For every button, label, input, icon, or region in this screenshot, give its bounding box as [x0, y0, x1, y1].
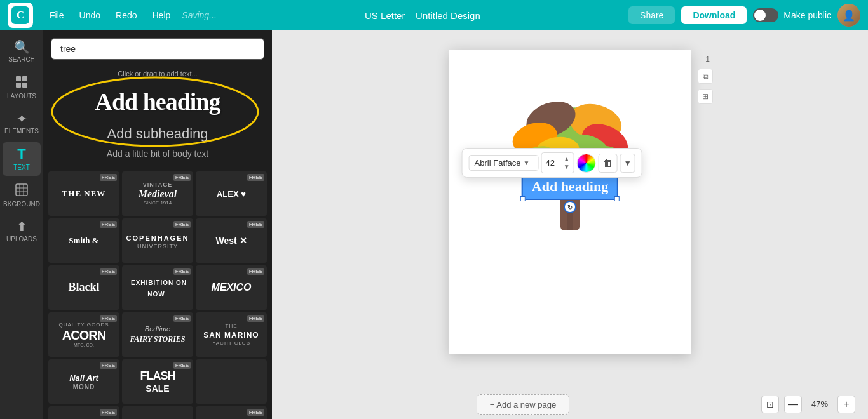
text-icon: T [17, 147, 25, 161]
screenshot-button[interactable]: ⊡ [761, 396, 779, 413]
sidebar-label-search: SEARCH [8, 56, 35, 63]
layouts-icon [15, 76, 28, 90]
sidebar-item-background[interactable]: BKGROUND [3, 178, 41, 213]
font-name-selector[interactable]: Abril Fatface ▼ [469, 155, 539, 171]
canva-logo[interactable]: C [8, 3, 33, 28]
uploads-icon: ⬆ [17, 220, 27, 233]
sidebar-item-text[interactable]: T TEXT [3, 142, 41, 176]
sidebar-item-search[interactable]: 🔍 SEARCH [3, 36, 41, 68]
nav-file[interactable]: File [43, 8, 71, 23]
free-badge-7: FREE [100, 268, 117, 275]
font-item-10[interactable]: QUALITY GOODS ACORN MFG. CO. FREE [48, 312, 119, 357]
font-label-7: Blackl [65, 278, 102, 297]
elements-icon: ✦ [17, 112, 27, 125]
font-size-field[interactable]: 42 ▲ ▼ [541, 152, 574, 173]
sidebar-label-background: BKGROUND [3, 201, 40, 208]
free-badge-11: FREE [173, 315, 191, 322]
font-size-up[interactable]: ▲ [564, 156, 570, 163]
page-number: 1 [705, 55, 710, 63]
free-badge-8: FREE [173, 268, 191, 275]
resize-handle-br[interactable] [614, 196, 620, 201]
chevron-down-icon: ▼ [624, 159, 632, 168]
add-subheading-button[interactable]: Add subheading [51, 122, 264, 146]
font-item-17[interactable]: NYC MANHATTAN [122, 406, 193, 419]
zoom-out-button[interactable]: — [784, 396, 802, 413]
sidebar-label-text: TEXT [13, 164, 30, 171]
rotation-handle[interactable]: ↻ [564, 201, 576, 213]
font-item-1[interactable]: THE NEW FREE [48, 171, 119, 216]
nav-redo[interactable]: Redo [109, 8, 143, 23]
font-label-3: ALEX ♥ [214, 187, 248, 201]
navbar-right: Share Download Make public 👤 [628, 4, 860, 27]
font-item-3[interactable]: ALEX ♥ FREE [196, 171, 267, 216]
design-canvas[interactable]: Add heading ↻ [449, 50, 691, 354]
delete-button[interactable]: 🗑 [599, 154, 618, 173]
grid-icon-button[interactable]: ⊞ [698, 89, 713, 104]
font-item-16[interactable]: YOU ARE SIMPLY THE BEST FREE [48, 406, 119, 419]
navbar: C File Undo Redo Help Saving... US Lette… [0, 0, 868, 30]
add-body-button[interactable]: Add a little bit of body text [51, 146, 264, 164]
free-badge-6: FREE [247, 221, 264, 228]
font-item-7[interactable]: Blackl FREE [48, 265, 119, 310]
font-item-14[interactable]: FLASH SALE FREE [122, 359, 193, 404]
nav-undo[interactable]: Undo [73, 8, 107, 23]
sidebar-item-layouts[interactable]: LAYOUTS [3, 70, 41, 105]
free-badge-14: FREE [173, 362, 191, 369]
saving-indicator: Saving... [182, 10, 216, 20]
font-label-10: ACORN [60, 326, 108, 345]
main-layout: 🔍 SEARCH LAYOUTS ✦ ELEMENTS T TEXT BKGRO… [0, 30, 868, 419]
font-item-8[interactable]: EXHIBITION ON NOW FREE [122, 265, 193, 310]
font-item-11[interactable]: Bedtime FAIRY STORIES FREE [122, 312, 193, 357]
canvas-scroll[interactable]: Abril Fatface ▼ 42 ▲ ▼ 🗑 [272, 30, 868, 389]
search-input[interactable] [51, 38, 264, 60]
font-item-5[interactable]: COPENHAGEN UNIVERSITY FREE [122, 218, 193, 263]
sidebar-icons: 🔍 SEARCH LAYOUTS ✦ ELEMENTS T TEXT BKGRO… [0, 30, 43, 419]
toggle-switch[interactable] [753, 8, 778, 22]
font-item-9[interactable]: MEXICO FREE [196, 265, 267, 310]
free-badge-1: FREE [100, 174, 117, 181]
download-button[interactable]: Download [681, 6, 747, 24]
font-item-2[interactable]: VINTAGE Medieval SINCE 1914 FREE [122, 171, 193, 216]
color-swatch-button[interactable] [577, 154, 596, 173]
font-size-down[interactable]: ▼ [564, 163, 570, 170]
add-heading-button[interactable]: Add heading [53, 83, 262, 118]
font-dropdown-arrow: ▼ [524, 159, 530, 166]
copy-icon-button[interactable]: ⧉ [698, 69, 713, 84]
free-badge-2: FREE [173, 174, 191, 181]
nav-help[interactable]: Help [146, 8, 177, 23]
resize-handle-bl[interactable] [520, 196, 526, 201]
free-badge-5: FREE [173, 221, 191, 228]
font-label-2: Medieval [136, 186, 179, 202]
font-item-4[interactable]: Smith & FREE [48, 218, 119, 263]
free-badge-18: FREE [247, 409, 264, 416]
search-icon: 🔍 [14, 41, 30, 53]
svg-rect-4 [16, 83, 21, 88]
font-label-5: COPENHAGEN [124, 232, 192, 244]
left-panel: Click or drag to add text... Add heading… [43, 30, 272, 419]
zoom-in-button[interactable]: + [837, 396, 855, 413]
add-page-button[interactable]: + Add a new page [490, 400, 556, 409]
font-grid: THE NEW FREE VINTAGE Medieval SINCE 1914… [43, 169, 272, 419]
font-label-8: EXHIBITION ON NOW [128, 277, 187, 300]
sidebar-label-elements: ELEMENTS [4, 128, 39, 135]
sidebar-item-elements[interactable]: ✦ ELEMENTS [3, 107, 41, 140]
share-button[interactable]: Share [628, 6, 675, 24]
font-label-17: NYC [137, 415, 178, 419]
screenshot-icon: ⊡ [766, 399, 774, 409]
font-item-15[interactable] [196, 359, 267, 404]
more-options-button[interactable]: ▼ [620, 154, 635, 173]
sidebar-label-layouts: LAYOUTS [7, 93, 36, 100]
make-public-toggle[interactable]: Make public [753, 8, 831, 22]
font-label-14: FLASH [138, 367, 178, 385]
font-label-9: MEXICO [208, 279, 254, 296]
font-item-13[interactable]: Nail Art MOND FREE [48, 359, 119, 404]
user-avatar[interactable]: 👤 [837, 4, 860, 27]
font-item-18[interactable]: SODA -POP FREE [196, 406, 267, 419]
bottom-bar: + Add a new page ⊡ — 47% + [272, 389, 868, 419]
free-badge-3: FREE [247, 174, 264, 181]
font-item-6[interactable]: West ✕ FREE [196, 218, 267, 263]
font-item-12[interactable]: THE SAN MARINO YACHT CLUB FREE [196, 312, 267, 357]
sidebar-item-uploads[interactable]: ⬆ UPLOADS [3, 215, 41, 248]
svg-rect-2 [16, 76, 21, 81]
free-badge-12: FREE [247, 315, 264, 322]
